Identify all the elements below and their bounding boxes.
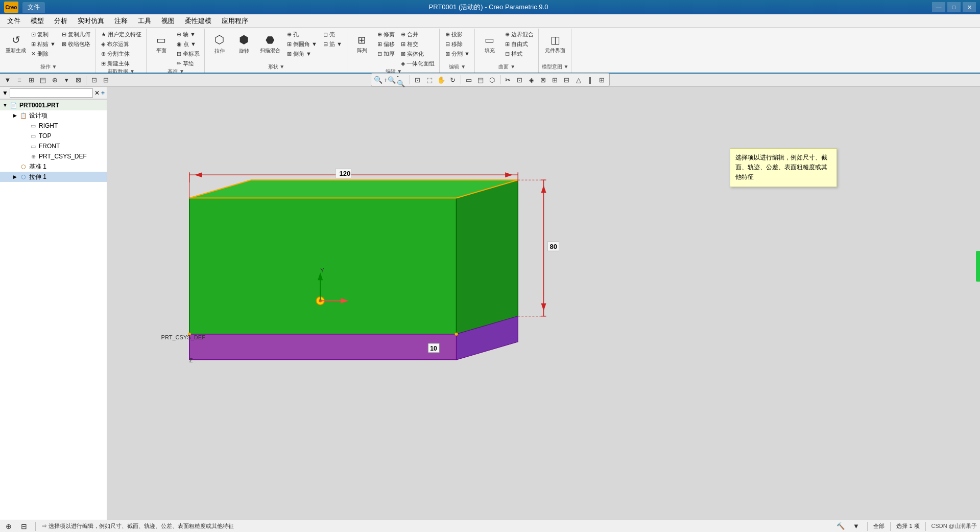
round-button[interactable]: ⊞倒圆角 ▼	[284, 39, 320, 49]
unify-button[interactable]: ◈一体化面组	[398, 59, 437, 68]
coord-button[interactable]: ⊞坐标系	[174, 49, 202, 58]
menu-view[interactable]: 视图	[156, 15, 180, 27]
clear-search-icon[interactable]: ✕	[94, 89, 100, 97]
tree-top[interactable]: ▭ TOP	[0, 131, 107, 141]
menu-simulation[interactable]: 实时仿真	[73, 15, 109, 27]
regenerate-button[interactable]: ↺ 重新生成	[4, 30, 28, 58]
sweep-blend-button[interactable]: ⬣ 扫描混合	[257, 30, 283, 58]
component-interface-button[interactable]: ◫ 元件界面	[543, 30, 567, 58]
freestyle-button[interactable]: ⊞自由式	[503, 39, 536, 49]
pattern-button[interactable]: ⊞ 阵列	[350, 30, 374, 58]
trim-button[interactable]: ⊕修剪	[375, 30, 397, 39]
split-body-button[interactable]: ⊕分割主体	[99, 49, 144, 58]
pause-icon[interactable]: ‖	[585, 74, 596, 85]
copy-button[interactable]: ⊡复制	[29, 30, 58, 39]
tree-icon6[interactable]: ⊠	[73, 75, 84, 86]
lighting-icon[interactable]: ⊠	[538, 74, 549, 85]
fill-button[interactable]: ▭ 填充	[478, 30, 501, 58]
menu-annotation[interactable]: 注释	[109, 15, 133, 27]
search-input[interactable]	[10, 88, 93, 98]
tree-right[interactable]: ▭ RIGHT	[0, 121, 107, 131]
point-button[interactable]: ◉点 ▼	[174, 39, 202, 49]
new-body-button[interactable]: ⊞新建主体	[99, 59, 144, 68]
tree-icon2[interactable]: ⊞	[26, 75, 37, 86]
style-button[interactable]: ⊟样式	[503, 49, 536, 58]
root-expand[interactable]: ▼	[2, 102, 8, 108]
project-button[interactable]: ⊕投影	[443, 30, 472, 39]
extrude1-expand[interactable]: ▶	[12, 174, 18, 180]
win-maximize-button[interactable]: □	[947, 2, 961, 12]
thicken-button[interactable]: ⊟加厚	[375, 49, 397, 58]
view-orient-icon[interactable]: ▭	[463, 74, 474, 85]
more-icon[interactable]: ⊞	[596, 74, 608, 85]
win-close-button[interactable]: ✕	[963, 2, 976, 12]
zoom-window-icon[interactable]: ⬚	[424, 74, 435, 85]
tree-extrude1[interactable]: ▶ ⬡ 拉伸 1	[0, 172, 107, 182]
annotation-icon[interactable]: △	[573, 74, 584, 85]
zoom-all-icon[interactable]: 🔍	[373, 74, 384, 85]
tree-icon3[interactable]: ▤	[37, 75, 49, 86]
boundary-blend-button[interactable]: ⊕边界混合	[503, 30, 536, 39]
color-icon[interactable]: ◈	[526, 74, 537, 85]
tree-icon4[interactable]: ⊕	[49, 75, 60, 86]
menu-analysis[interactable]: 分析	[49, 15, 73, 27]
menu-flexible[interactable]: 柔性建模	[180, 15, 217, 27]
appearance-icon[interactable]: ⊞	[549, 74, 561, 85]
menu-file[interactable]: 文件	[2, 15, 26, 27]
win-minimize-button[interactable]: —	[932, 2, 945, 12]
offset-button[interactable]: ⊞偏移	[375, 39, 397, 49]
tree-icon5[interactable]: ▾	[61, 75, 72, 86]
display-style-icon[interactable]: ⬡	[487, 74, 498, 85]
menu-model[interactable]: 模型	[26, 15, 49, 27]
menu-tools[interactable]: 工具	[133, 15, 156, 27]
merge-button[interactable]: ⊕合并	[398, 30, 437, 39]
perspective-icon[interactable]: ✂	[503, 74, 514, 85]
shrink-button[interactable]: ⊠收缩包络	[59, 39, 93, 49]
filter-btn[interactable]: ▼	[2, 89, 8, 97]
tree-datum1[interactable]: ⬡ 基准 1	[0, 161, 107, 172]
revolve-button[interactable]: ⬢ 旋转	[232, 30, 256, 58]
hole-button[interactable]: ⊕孔	[284, 30, 320, 39]
render-icon[interactable]: ⊟	[561, 74, 572, 85]
tree-csys[interactable]: ⊕ PRT_CSYS_DEF	[0, 151, 107, 161]
zoom-in-icon[interactable]: +🔍	[385, 74, 396, 85]
bool-ops-button[interactable]: ◈布尔运算	[99, 39, 144, 49]
panel-resize-handle[interactable]	[976, 251, 980, 282]
filter-icon[interactable]: ▼	[2, 75, 13, 86]
refit-icon[interactable]: ⊡	[412, 74, 423, 85]
named-view-icon[interactable]: ▤	[475, 74, 486, 85]
status-arrow-icon[interactable]: ▼	[850, 521, 862, 532]
tree-root[interactable]: ▼ 📄 PRT0001.PRT	[0, 100, 107, 110]
menu-apps[interactable]: 应用程序	[217, 15, 253, 27]
model-check-icon[interactable]: 🔨	[835, 521, 846, 532]
file-tab[interactable]: 文件	[22, 2, 45, 13]
rib-button[interactable]: ⊟筋 ▼	[321, 39, 345, 49]
extrude-button[interactable]: ⬡ 拉伸	[208, 30, 231, 58]
sketch-button[interactable]: ✏草绘	[174, 59, 202, 68]
status-icon1[interactable]: ⊕	[3, 521, 14, 532]
design-expand[interactable]: ▶	[12, 112, 18, 119]
remove-button[interactable]: ⊟移除	[443, 39, 472, 49]
user-feature-button[interactable]: ★用户定义特征	[99, 30, 144, 39]
solidify-button[interactable]: ⊠实体化	[398, 49, 437, 58]
view-icon1[interactable]: ⊡	[88, 75, 100, 86]
copy-geom-button[interactable]: ⊟复制几何	[59, 30, 93, 39]
section-icon[interactable]: ⊡	[514, 74, 525, 85]
split-button[interactable]: ⊠分割 ▼	[443, 49, 472, 58]
intersect-button[interactable]: ⊞相交	[398, 39, 437, 49]
view-icon2[interactable]: ⊟	[100, 75, 111, 86]
axis-button[interactable]: ⊕轴 ▼	[174, 30, 202, 39]
tree-icon1[interactable]: ≡	[14, 75, 25, 86]
pan-icon[interactable]: ✋	[436, 74, 447, 85]
shell-button[interactable]: ◻壳	[321, 30, 345, 39]
rotate-icon[interactable]: ↻	[447, 74, 459, 85]
tree-front[interactable]: ▭ FRONT	[0, 141, 107, 151]
status-icon2[interactable]: ⊟	[18, 521, 30, 532]
delete-button[interactable]: ✕删除	[29, 49, 58, 58]
paste-button[interactable]: ⊞粘贴 ▼	[29, 39, 58, 49]
plane-button[interactable]: ▭ 平面	[150, 30, 173, 58]
zoom-out-icon[interactable]: -🔍	[396, 74, 408, 85]
tree-design-items[interactable]: ▶ 📋 设计项	[0, 110, 107, 121]
add-search-icon[interactable]: +	[101, 89, 105, 97]
chamfer-button[interactable]: ⊠倒角 ▼	[284, 49, 320, 58]
